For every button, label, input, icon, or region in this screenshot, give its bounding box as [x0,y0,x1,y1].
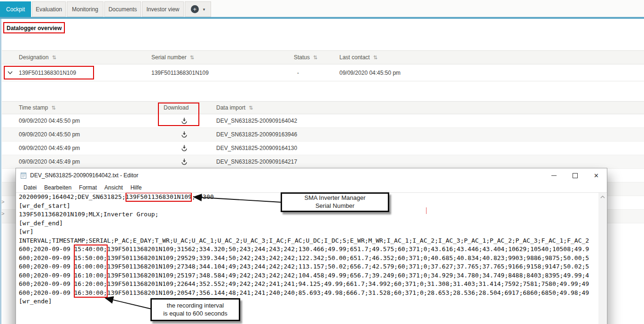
file-line: INTERVAL;TIMESTAMP;SERIAL;P_AC;E_DAY;T_W… [16,237,598,245]
scroll-up-icon [600,196,605,198]
menu-hilfe[interactable]: Hilfe [126,184,145,191]
tab-cockpit[interactable]: Cockpit [0,1,31,17]
download-icon[interactable] [181,155,188,168]
tab-label: Monitoring [72,6,98,13]
notepad-text-area[interactable]: 20200909;164042;DEV_SN631825;139F5011368… [16,193,598,324]
close-button[interactable]: ✕ [586,168,607,182]
callout-text: is equal to 600 seconds [163,310,228,318]
tab-label: Evaluation [36,6,62,13]
datalogger-row[interactable]: 139F5011368301N109 139F5011368301N109 - … [2,64,644,81]
text-cursor-mark [426,207,427,214]
page-left-border [0,19,1,324]
notepad-window-title: DEV_SN631825-200909164042.txt - Editor [30,168,138,182]
files-table-header: Time stamp ⇅ Download Data import ⇅ [2,101,644,114]
notepad-window: DEV_SN631825-200909164042.txt - Editor ✕… [16,168,607,324]
file-data-line: 600;2020-09-09 16:20:00;139F5011368201N1… [16,280,598,289]
callout-serial-number: SMA Inverter Manager Serial Number [281,192,389,212]
page-title-text: Datalogger overview [7,25,62,32]
designation-value: 139F5011368301N109 [19,64,76,81]
tab-bar: Cockpit Evaluation Monitoring Documents … [0,0,644,17]
close-icon: ✕ [594,173,599,179]
column-last-contact: Last contact ⇅ [339,51,377,64]
file-data-line: 600;2020-09-09 15:40:00;139F5011368201N1… [16,245,598,254]
expand-chevron-icon[interactable] [8,64,13,81]
file-row: 09/09/2020 04:45:50 pm DEV_SN631825-2009… [2,114,644,128]
file-row: 09/09/2020 04:45:50 pm DEV_SN631825-2009… [2,128,644,142]
file-line: [wr_ende] [16,297,598,306]
file-line: [wr_def_end] [16,219,598,228]
download-icon[interactable] [181,114,188,127]
file-data-line: 600;2020-09-09 16:30:00;139F5011368201N1… [16,289,598,298]
plus-icon: + [191,5,199,13]
data-import-value: DEV_SN631825-200909164217 [216,155,297,168]
time-stamp-value: 09/09/2020 04:45:50 pm [19,128,80,141]
download-icon[interactable] [181,128,188,141]
column-time-stamp: Time stamp ⇅ [19,102,55,114]
menu-format[interactable]: Format [75,184,101,191]
column-status: Status ⇅ [294,51,317,64]
tab-label: Documents [109,6,137,13]
download-icon[interactable] [181,142,188,155]
page-title: Datalogger overview [3,22,65,33]
tab-label: Cockpit [6,6,25,13]
sort-icon[interactable]: ⇅ [51,105,55,111]
notepad-menu-bar: Datei Bearbeiten Format Ansicht Hilfe [16,182,607,193]
status-value: - [297,64,299,81]
maximize-icon [573,173,578,178]
menu-datei[interactable]: Datei [20,184,40,191]
callout-text: SMA Inverter Manager [304,194,365,202]
data-import-value: DEV_SN631825-200909164130 [216,142,297,155]
data-import-value: DEV_SN631825-200909163946 [216,128,297,141]
menu-ansicht[interactable]: Ansicht [101,184,126,191]
sort-icon[interactable]: ⇅ [52,55,56,61]
page: Cockpit Evaluation Monitoring Documents … [0,0,644,324]
sort-icon[interactable]: ⇅ [190,55,194,61]
callout-text: Serial Number [315,202,354,210]
sort-icon[interactable]: ⇅ [249,105,253,111]
column-designation: Designation ⇅ [19,51,56,64]
file-line: [wr] [16,228,598,237]
chevron-down-icon: ▾ [203,7,205,12]
accent-underline [0,17,644,19]
data-import-value: DEV_SN631825-200909164042 [216,114,297,127]
expand-chevron-icon[interactable]: > [1,211,4,216]
time-stamp-value: 09/09/2020 04:45:50 pm [19,114,80,127]
sort-icon[interactable]: ⇅ [313,55,317,61]
tab-label: Investor view [146,6,179,13]
file-row: 09/09/2020 04:45:49 pm DEV_SN631825-2009… [2,142,644,155]
column-data-import: Data import ⇅ [216,102,253,114]
add-tab-button[interactable]: + ▾ [185,1,211,17]
file-data-line: 600;2020-09-09 16:00:00;139F5011368201N1… [16,262,598,271]
sma-serial-number: 139F5011368301N109 [126,193,192,200]
minimize-icon [551,175,557,176]
tab-documents[interactable]: Documents [104,1,141,17]
time-stamp-value: 09/09/2020 04:45:49 pm [19,142,80,155]
tab-investor-view[interactable]: Investor view [142,1,184,17]
expand-chevron-icon[interactable]: > [1,199,4,205]
file-row: 09/09/2020 04:45:49 pm DEV_SN631825-2009… [2,155,644,169]
datalogger-table-header: Designation ⇅ Serial number ⇅ Status ⇅ L… [2,50,644,64]
serial-number-value: 139F5011368301N109 [151,64,209,81]
maximize-button[interactable] [565,168,586,182]
time-stamp-value: 09/09/2020 04:45:49 pm [19,155,80,168]
column-download: Download [164,102,188,114]
callout-text: the recording interval [167,302,224,310]
file-data-line: 600;2020-09-09 15:50:00;139F5011368201N1… [16,254,598,263]
tab-evaluation[interactable]: Evaluation [32,1,66,17]
column-serial-number: Serial number ⇅ [151,51,194,64]
minimize-button[interactable] [543,168,565,182]
notepad-icon [20,172,27,181]
menu-bearbeiten[interactable]: Bearbeiten [40,184,75,191]
last-contact-value: 09/09/2020 04:45:50 pm [339,64,401,81]
tab-monitoring[interactable]: Monitoring [67,1,103,17]
callout-recording-interval: the recording interval is equal to 600 s… [150,298,240,321]
file-data-line: 600;2020-09-09 16:10:00;139F5011368201N1… [16,271,598,280]
scrollbar[interactable] [598,193,606,324]
notepad-title-bar[interactable]: DEV_SN631825-200909164042.txt - Editor ✕ [16,168,607,182]
sort-icon[interactable]: ⇅ [373,55,377,61]
